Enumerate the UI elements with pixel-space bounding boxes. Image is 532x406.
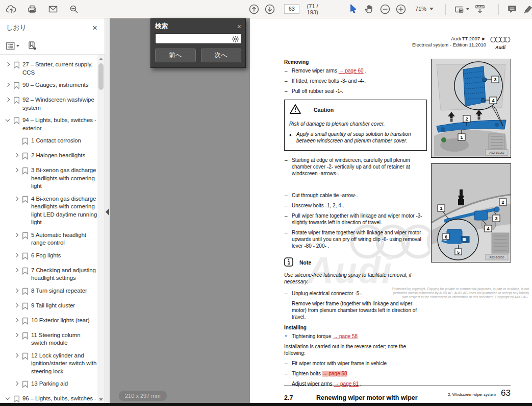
svg-text:2: 2 — [501, 200, 504, 205]
removing-heading: Removing — [284, 59, 427, 65]
chevron-icon[interactable] — [14, 381, 19, 387]
chevron-icon[interactable] — [14, 153, 19, 159]
bookmark-item[interactable]: 2 Halogen headlights — [0, 152, 97, 162]
scroll-down-icon[interactable] — [97, 396, 105, 403]
page-fit-icon[interactable] — [453, 3, 469, 16]
sidebar-scrollbar[interactable] — [97, 55, 105, 403]
bookmark-item[interactable]: 9 Tail light cluster — [0, 302, 97, 312]
bookmark-item[interactable]: 11 Steering column switch module — [0, 331, 97, 347]
step-item: Adjust wiper arms → page 61 . — [284, 380, 427, 387]
collapse-panel-icon[interactable] — [106, 208, 109, 216]
next-page-icon[interactable] — [264, 3, 275, 16]
step-item: Rotate wiper frame together with linkage… — [284, 229, 427, 249]
chevron-icon[interactable] — [5, 396, 11, 402]
bookmark-item[interactable]: 90 – Gauges, instruments — [0, 81, 97, 91]
bookmark-item[interactable]: 27 – Starter, current supply, CCS — [0, 61, 97, 77]
scroll-up-icon[interactable] — [97, 55, 105, 62]
step-item: Cut through cable tie -arrow-. — [284, 192, 427, 199]
zoom-in-icon[interactable] — [395, 3, 407, 16]
page-link[interactable]: → page 58 — [333, 333, 358, 339]
chevron-icon[interactable] — [5, 62, 11, 68]
search-previous-button[interactable]: 前へ — [155, 49, 196, 62]
previous-page-icon[interactable] — [248, 3, 260, 16]
bookmark-item[interactable]: 94 – Lights, bulbs, switches - exterior — [0, 116, 97, 132]
svg-text:5: 5 — [457, 250, 460, 255]
chevron-icon[interactable] — [14, 268, 19, 274]
step-item: Remove wiper arms → page 60 . — [284, 67, 427, 74]
bookmark-item[interactable]: 6 Fog lights — [0, 252, 97, 262]
zoom-out-icon[interactable] — [379, 3, 391, 16]
panel-divider — [105, 18, 110, 403]
bookmark-item[interactable]: 96 – Lights, bulbs, switches - interior — [0, 395, 97, 403]
chevron-down-icon — [16, 45, 19, 47]
scrollbar-thumb[interactable] — [98, 63, 104, 90]
caution-bullet: Apply a small quantity of soap solution … — [289, 131, 422, 144]
page-link[interactable]: → page 58 — [322, 371, 347, 376]
page-count-label: (71 / 193) — [307, 3, 329, 15]
step-item: Tighten bolts → page 58 — [284, 370, 427, 377]
bookmark-label: 8 Turn signal repeater — [31, 287, 87, 297]
bookmark-label: 1 Contact corrosion — [31, 137, 81, 147]
chevron-icon[interactable] — [5, 118, 11, 124]
footer-page-number: 63 — [501, 388, 511, 398]
comment-icon[interactable] — [506, 3, 518, 16]
share-icon[interactable] — [5, 3, 17, 16]
print-icon[interactable] — [26, 3, 38, 16]
chevron-icon[interactable] — [5, 98, 11, 103]
chevron-icon[interactable] — [14, 318, 19, 324]
highlight-icon[interactable] — [522, 3, 532, 16]
chevron-icon[interactable] — [5, 83, 11, 88]
scroll-mode-icon[interactable] — [474, 3, 486, 16]
chevron-icon[interactable] — [14, 197, 19, 202]
bookmark-item[interactable]: 4 Bi-xenon gas discharge headlights with… — [0, 195, 97, 227]
bookmark-item[interactable]: 8 Turn signal repeater — [0, 287, 97, 297]
header-edition: Electrical system - Edition 11.2010 — [412, 42, 486, 48]
bookmark-icon — [22, 167, 29, 190]
page-link[interactable]: → page 60 — [339, 68, 364, 74]
chevron-icon[interactable] — [14, 233, 19, 238]
chevron-down-icon — [466, 8, 469, 10]
bookmark-item[interactable]: 7 Checking and adjusting headlight setti… — [0, 267, 97, 282]
zoom-level-select[interactable]: 71% — [413, 5, 436, 13]
chevron-icon[interactable] — [14, 253, 19, 259]
bookmark-label: 27 – Starter, current supply, CCS — [22, 61, 97, 77]
chevron-icon[interactable] — [14, 333, 19, 339]
expand-current-bookmark-icon[interactable] — [28, 41, 37, 50]
search-input[interactable] — [156, 34, 241, 44]
search-next-button[interactable]: 次へ — [201, 49, 242, 62]
bookmark-item[interactable]: 13 Parking aid — [0, 380, 97, 390]
bookmark-item[interactable]: 3 Bi-xenon gas discharge headlights with… — [0, 166, 97, 190]
close-icon[interactable]: × — [237, 23, 241, 30]
bookmarks-panel: しおり × 27 – Starter, current supply, CCS … — [0, 18, 105, 403]
gear-icon[interactable] — [232, 35, 239, 45]
bookmark-item[interactable]: 1 Contact corrosion — [0, 137, 97, 147]
bookmark-item[interactable]: 12 Lock cylinder and ignition/starter sw… — [0, 352, 97, 376]
bookmark-label: 92 – Windscreen wash/wipe system — [22, 96, 97, 112]
page-number-input[interactable]: 63 — [284, 4, 299, 14]
email-icon[interactable] — [47, 3, 59, 16]
bookmark-icon — [13, 395, 20, 403]
bookmark-label: 7 Checking and adjusting headlight setti… — [31, 267, 97, 282]
chevron-icon[interactable] — [14, 289, 19, 294]
bookmark-item[interactable]: 92 – Windscreen wash/wipe system — [0, 96, 97, 112]
hand-tool-icon[interactable] — [364, 3, 375, 16]
close-icon[interactable]: × — [92, 23, 97, 32]
find-icon[interactable] — [68, 3, 80, 16]
svg-text:4: 4 — [487, 226, 489, 231]
bookmark-options-icon[interactable] — [6, 42, 19, 50]
bookmark-label: 6 Fog lights — [31, 252, 61, 262]
select-tool-icon[interactable] — [348, 3, 359, 16]
bookmark-item[interactable]: 5 Automatic headlight range control — [0, 231, 97, 247]
bookmark-label: 13 Parking aid — [31, 380, 68, 390]
chevron-icon[interactable] — [14, 138, 19, 144]
bookmarks-tree: 27 – Starter, current supply, CCS 90 – G… — [0, 55, 97, 403]
chevron-icon[interactable] — [14, 303, 19, 309]
bookmark-label: 5 Automatic headlight range control — [31, 231, 97, 247]
svg-text:4: 4 — [492, 98, 494, 103]
chevron-icon[interactable] — [14, 353, 19, 359]
chevron-icon[interactable] — [14, 168, 19, 174]
bookmark-label: 94 – Lights, bulbs, switches - exterior — [22, 116, 97, 132]
bookmark-item[interactable]: 10 Exterior lights (rear) — [0, 317, 97, 327]
caution-box: Caution Risk of damage to plenum chamber… — [284, 100, 427, 151]
toolbar-separator — [445, 4, 446, 15]
